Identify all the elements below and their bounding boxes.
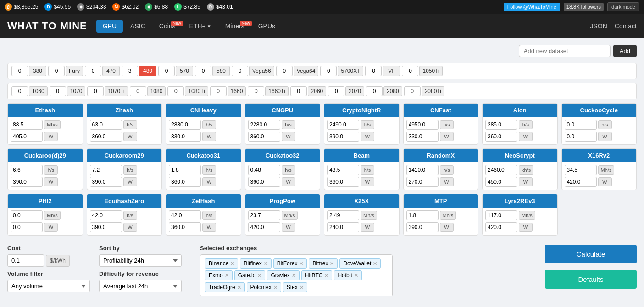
- gpu-count-1070Ti[interactable]: [87, 86, 104, 96]
- algo-hashrate-input[interactable]: [406, 165, 439, 175]
- algo-header-cngpu[interactable]: CNGPU: [245, 104, 320, 117]
- algo-hashrate-input[interactable]: [327, 210, 359, 220]
- algo-hashrate-input[interactable]: [169, 210, 201, 220]
- dark-mode-button[interactable]: dark mode: [607, 2, 639, 11]
- algo-power-input[interactable]: [11, 222, 43, 232]
- algo-power-input[interactable]: [169, 132, 201, 142]
- algo-header-randomx[interactable]: RandomX: [404, 149, 478, 162]
- nav-gpus[interactable]: GPUs: [252, 20, 282, 33]
- algo-power-input[interactable]: [248, 177, 280, 187]
- gpu-count-2070[interactable]: [328, 86, 344, 96]
- algo-hashrate-input[interactable]: [485, 120, 517, 130]
- calculate-button[interactable]: Calculate: [545, 245, 637, 263]
- algo-header-x16rv2[interactable]: X16Rv2: [562, 149, 637, 162]
- algo-hashrate-input[interactable]: [327, 165, 359, 175]
- algo-header-cuckatoo32[interactable]: Cuckatoo32: [245, 149, 320, 162]
- nav-contact[interactable]: Contact: [615, 22, 637, 30]
- algo-hashrate-input[interactable]: [485, 165, 517, 175]
- sort-select[interactable]: Profitability 24h: [99, 254, 182, 267]
- follow-button[interactable]: Follow @WhatToMine: [504, 3, 560, 11]
- algo-header-lyra2rev3[interactable]: Lyra2REv3: [483, 194, 557, 208]
- algo-header-aion[interactable]: Aion: [483, 104, 557, 117]
- gpu-count-Vega64[interactable]: [276, 66, 293, 76]
- gpu-count-1080Ti[interactable]: [167, 86, 184, 96]
- algo-header-phi2[interactable]: PHI2: [8, 194, 83, 208]
- algo-power-input[interactable]: [248, 222, 280, 232]
- algo-hashrate-input[interactable]: [90, 210, 122, 220]
- gpu-count-1060[interactable]: [11, 86, 28, 96]
- exchange-remove-dovewallet[interactable]: ✕: [373, 261, 377, 267]
- algo-header-cuckoocycle[interactable]: CuckooCycle: [562, 104, 637, 117]
- cost-input[interactable]: [7, 254, 44, 267]
- gpu-count-1070[interactable]: [50, 86, 66, 96]
- algo-power-input[interactable]: [11, 132, 43, 142]
- algo-power-input[interactable]: [248, 132, 280, 142]
- algo-power-input[interactable]: [485, 132, 517, 142]
- algo-header-zhash[interactable]: Zhash: [87, 104, 162, 117]
- algo-power-input[interactable]: [406, 222, 439, 232]
- nav-coins[interactable]: Coins New: [153, 20, 182, 33]
- gpu-count-380[interactable]: [11, 66, 28, 76]
- gpu-count-Vega56[interactable]: [232, 66, 248, 76]
- algo-header-cuckaroo-d-29[interactable]: Cuckaroo(d)29: [8, 149, 83, 162]
- exchange-remove-stex[interactable]: ✕: [300, 285, 304, 291]
- add-dataset-button[interactable]: Add: [613, 45, 637, 57]
- algo-header-ethash[interactable]: Ethash: [8, 104, 83, 117]
- gpu-count-580[interactable]: [195, 66, 211, 76]
- algo-power-input[interactable]: [406, 177, 439, 187]
- algo-power-input[interactable]: [565, 177, 597, 187]
- algo-header-beam[interactable]: Beam: [324, 149, 399, 162]
- algo-power-input[interactable]: [327, 177, 359, 187]
- algo-hashrate-input[interactable]: [169, 165, 201, 175]
- algo-header-neoscrypt[interactable]: NeoScrypt: [483, 149, 557, 162]
- gpu-count-VII[interactable]: [365, 66, 382, 76]
- gpu-count-1080[interactable]: [130, 86, 146, 96]
- nav-asic[interactable]: ASIC: [124, 20, 152, 33]
- exchange-remove-exmo[interactable]: ✕: [225, 273, 229, 279]
- algo-hashrate-input[interactable]: [248, 165, 280, 175]
- exchange-remove-poloniex[interactable]: ✕: [273, 285, 278, 291]
- gpu-count-1050Ti[interactable]: [402, 66, 418, 76]
- algo-hashrate-input[interactable]: [565, 120, 597, 130]
- algo-header-mtp[interactable]: MTP: [404, 194, 478, 208]
- algo-power-input[interactable]: [169, 222, 201, 232]
- algo-header-x25x[interactable]: X25X: [324, 194, 399, 208]
- gpu-count-2060[interactable]: [290, 86, 307, 96]
- algo-header-progpow[interactable]: ProgPow: [245, 194, 320, 208]
- algo-hashrate-input[interactable]: [90, 165, 122, 175]
- algo-hashrate-input[interactable]: [248, 210, 280, 220]
- gpu-count-480[interactable]: [122, 66, 138, 76]
- algo-hashrate-input[interactable]: [406, 210, 439, 220]
- algo-power-input[interactable]: [90, 132, 122, 142]
- algo-header-cnheavy[interactable]: CNHeavy: [166, 104, 241, 117]
- exchange-remove-gate.io[interactable]: ✕: [257, 273, 261, 279]
- nav-miners[interactable]: Miners New: [219, 20, 251, 33]
- exchange-remove-bitfinex[interactable]: ✕: [264, 261, 268, 267]
- algo-power-input[interactable]: [327, 132, 359, 142]
- algo-hashrate-input[interactable]: [11, 210, 43, 220]
- exchange-remove-tradeogre[interactable]: ✕: [237, 285, 241, 291]
- defaults-button[interactable]: Defaults: [545, 270, 637, 289]
- algo-hashrate-input[interactable]: [327, 120, 359, 130]
- algo-power-input[interactable]: [90, 222, 122, 232]
- nav-eth-plus[interactable]: ETH+ ▼: [183, 20, 218, 33]
- algo-hashrate-input[interactable]: [248, 120, 280, 130]
- algo-power-input[interactable]: [485, 177, 517, 187]
- gpu-count-1660Ti[interactable]: [248, 86, 264, 96]
- exchange-remove-hitbtc[interactable]: ✕: [324, 273, 328, 279]
- algo-power-input[interactable]: [90, 177, 122, 187]
- gpu-count-1660[interactable]: [210, 86, 227, 96]
- exchange-remove-hotbit[interactable]: ✕: [354, 273, 358, 279]
- algo-header-cuckaroom29[interactable]: Cuckaroom29: [87, 149, 162, 162]
- exchange-remove-bittrex[interactable]: ✕: [330, 261, 334, 267]
- algo-header-cryptonightr[interactable]: CryptoNightR: [324, 104, 399, 117]
- dataset-input[interactable]: [519, 45, 611, 57]
- nav-json[interactable]: JSON: [590, 22, 607, 30]
- algo-power-input[interactable]: [11, 177, 43, 187]
- gpu-count-2080[interactable]: [366, 86, 383, 96]
- algo-power-input[interactable]: [406, 132, 439, 142]
- algo-hashrate-input[interactable]: [565, 165, 597, 175]
- algo-header-zelhash[interactable]: ZelHash: [166, 194, 241, 208]
- gpu-count-5700XT[interactable]: [320, 66, 337, 76]
- gpu-count-570[interactable]: [158, 66, 175, 76]
